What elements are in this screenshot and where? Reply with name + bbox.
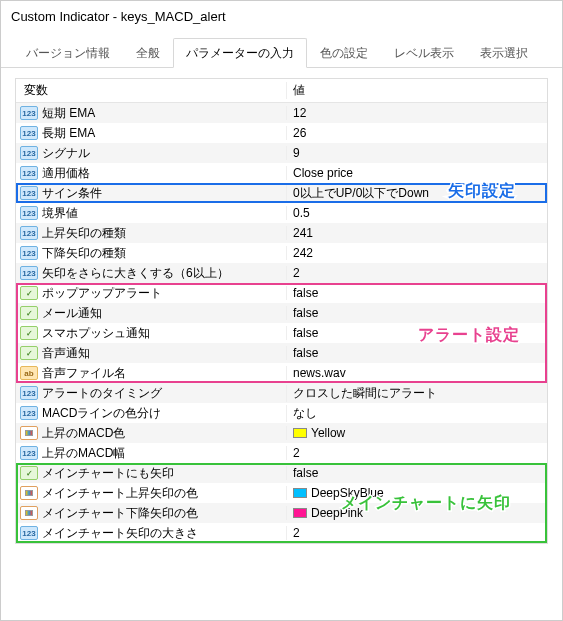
- cell-value[interactable]: 0以上でUP/0以下でDown: [286, 185, 547, 202]
- cell-value[interactable]: 2: [286, 526, 547, 540]
- table-row[interactable]: ab音声ファイル名news.wav: [16, 363, 547, 383]
- param-name: ポップアップアラート: [42, 285, 162, 302]
- bool-type-icon: ✓: [20, 286, 38, 300]
- cell-value[interactable]: false: [286, 346, 547, 360]
- tab-colors[interactable]: 色の設定: [307, 38, 381, 68]
- cell-value[interactable]: 26: [286, 126, 547, 140]
- cell-value[interactable]: 2: [286, 446, 547, 460]
- bool-type-icon: ✓: [20, 346, 38, 360]
- cell-value[interactable]: news.wav: [286, 366, 547, 380]
- tab-parameters[interactable]: パラメーターの入力: [173, 38, 307, 68]
- table-row[interactable]: ✓音声通知false: [16, 343, 547, 363]
- cell-variable: 123サイン条件: [16, 185, 286, 202]
- table-row[interactable]: 123上昇矢印の種類241: [16, 223, 547, 243]
- table-row[interactable]: 上昇のMACD色Yellow: [16, 423, 547, 443]
- cell-variable: メインチャート上昇矢印の色: [16, 485, 286, 502]
- table-row[interactable]: 123アラートのタイミングクロスした瞬間にアラート: [16, 383, 547, 403]
- param-value: DeepSkyBlue: [311, 486, 384, 500]
- number-type-icon: 123: [20, 146, 38, 160]
- cell-value[interactable]: false: [286, 466, 547, 480]
- table-row[interactable]: メインチャート下降矢印の色DeepPink: [16, 503, 547, 523]
- table-row[interactable]: ✓メール通知false: [16, 303, 547, 323]
- cell-variable: 123MACDラインの色分け: [16, 405, 286, 422]
- grid-body: 123短期 EMA12123長期 EMA26123シグナル9123適用価格Clo…: [16, 103, 547, 543]
- tab-levels[interactable]: レベル表示: [381, 38, 467, 68]
- table-row[interactable]: 123シグナル9: [16, 143, 547, 163]
- bool-type-icon: ✓: [20, 326, 38, 340]
- number-type-icon: 123: [20, 406, 38, 420]
- titlebar: Custom Indicator - keys_MACD_alert: [1, 1, 562, 31]
- table-row[interactable]: 123メインチャート矢印の大きさ2: [16, 523, 547, 543]
- table-row[interactable]: 123適用価格Close price: [16, 163, 547, 183]
- table-row[interactable]: 123下降矢印の種類242: [16, 243, 547, 263]
- table-row[interactable]: 123MACDラインの色分けなし: [16, 403, 547, 423]
- cell-value[interactable]: DeepSkyBlue: [286, 486, 547, 500]
- cell-value[interactable]: 0.5: [286, 206, 547, 220]
- cell-value[interactable]: 12: [286, 106, 547, 120]
- cell-variable: 123長期 EMA: [16, 125, 286, 142]
- param-name: 短期 EMA: [42, 105, 95, 122]
- cell-value[interactable]: 241: [286, 226, 547, 240]
- cell-variable: 123上昇のMACD幅: [16, 445, 286, 462]
- cell-value[interactable]: 242: [286, 246, 547, 260]
- tab-display[interactable]: 表示選択: [467, 38, 541, 68]
- string-type-icon: ab: [20, 366, 38, 380]
- cell-variable: 123アラートのタイミング: [16, 385, 286, 402]
- cell-variable: 123適用価格: [16, 165, 286, 182]
- param-name: アラートのタイミング: [42, 385, 162, 402]
- header-variable: 変数: [16, 82, 286, 99]
- param-value: 9: [293, 146, 300, 160]
- cell-value[interactable]: DeepPink: [286, 506, 547, 520]
- window: Custom Indicator - keys_MACD_alert バージョン…: [0, 0, 563, 621]
- table-row[interactable]: 123矢印をさらに大きくする（6以上）2: [16, 263, 547, 283]
- param-value: DeepPink: [311, 506, 363, 520]
- table-row[interactable]: ✓ポップアップアラートfalse: [16, 283, 547, 303]
- cell-value[interactable]: 2: [286, 266, 547, 280]
- bool-type-icon: ✓: [20, 466, 38, 480]
- param-name: 矢印をさらに大きくする（6以上）: [42, 265, 229, 282]
- cell-variable: 上昇のMACD色: [16, 425, 286, 442]
- bool-type-icon: ✓: [20, 306, 38, 320]
- param-value: 12: [293, 106, 306, 120]
- cell-value[interactable]: なし: [286, 405, 547, 422]
- table-row[interactable]: 123長期 EMA26: [16, 123, 547, 143]
- header-value: 値: [286, 82, 547, 99]
- param-name: シグナル: [42, 145, 90, 162]
- param-name: 適用価格: [42, 165, 90, 182]
- color-type-icon: [20, 506, 38, 520]
- cell-value[interactable]: クロスした瞬間にアラート: [286, 385, 547, 402]
- table-row[interactable]: 123境界値0.5: [16, 203, 547, 223]
- number-type-icon: 123: [20, 226, 38, 240]
- number-type-icon: 123: [20, 246, 38, 260]
- param-value: 2: [293, 526, 300, 540]
- table-row[interactable]: 123サイン条件0以上でUP/0以下でDown: [16, 183, 547, 203]
- cell-value[interactable]: Yellow: [286, 426, 547, 440]
- window-title: Custom Indicator - keys_MACD_alert: [11, 9, 226, 24]
- param-value: 241: [293, 226, 313, 240]
- table-row[interactable]: メインチャート上昇矢印の色DeepSkyBlue: [16, 483, 547, 503]
- cell-value[interactable]: false: [286, 326, 547, 340]
- table-row[interactable]: ✓メインチャートにも矢印false: [16, 463, 547, 483]
- cell-value[interactable]: false: [286, 306, 547, 320]
- param-name: 音声ファイル名: [42, 365, 126, 382]
- param-value: 2: [293, 266, 300, 280]
- param-name: 音声通知: [42, 345, 90, 362]
- tabbar: バージョン情報 全般 パラメーターの入力 色の設定 レベル表示 表示選択: [1, 31, 562, 68]
- tab-general[interactable]: 全般: [123, 38, 173, 68]
- tab-version[interactable]: バージョン情報: [13, 38, 123, 68]
- param-value: false: [293, 346, 318, 360]
- param-value: false: [293, 286, 318, 300]
- color-swatch: [293, 488, 307, 498]
- cell-variable: 123短期 EMA: [16, 105, 286, 122]
- param-value: 0以上でUP/0以下でDown: [293, 185, 429, 202]
- table-row[interactable]: 123短期 EMA12: [16, 103, 547, 123]
- cell-value[interactable]: 9: [286, 146, 547, 160]
- cell-value[interactable]: Close price: [286, 166, 547, 180]
- parameter-grid: 変数 値 123短期 EMA12123長期 EMA26123シグナル9123適用…: [15, 78, 548, 544]
- table-row[interactable]: 123上昇のMACD幅2: [16, 443, 547, 463]
- param-name: スマホプッシュ通知: [42, 325, 150, 342]
- cell-value[interactable]: false: [286, 286, 547, 300]
- cell-variable: 123シグナル: [16, 145, 286, 162]
- param-name: サイン条件: [42, 185, 102, 202]
- table-row[interactable]: ✓スマホプッシュ通知false: [16, 323, 547, 343]
